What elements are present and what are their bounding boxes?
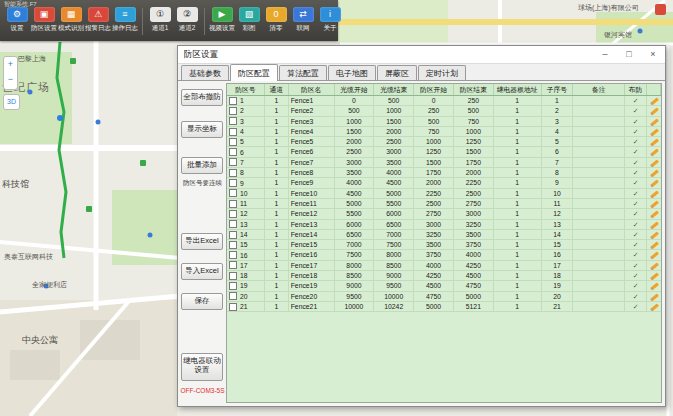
cell-armed[interactable]: ✓ bbox=[625, 302, 647, 311]
edit-pencil-icon[interactable] bbox=[650, 108, 659, 116]
maximize-button[interactable]: □ bbox=[617, 47, 641, 63]
edit-pencil-icon[interactable] bbox=[650, 139, 659, 147]
edit-pencil-icon[interactable] bbox=[650, 118, 659, 126]
column-header[interactable]: 光缆结束 bbox=[374, 84, 414, 95]
edit-pencil-icon[interactable] bbox=[650, 211, 659, 219]
cell-armed[interactable]: ✓ bbox=[625, 168, 647, 177]
column-header[interactable]: 子序号 bbox=[542, 84, 574, 95]
table-row[interactable]: 211Fence21100001024250005121121✓ bbox=[227, 302, 661, 312]
table-row[interactable]: 21Fence2500100025050012✓ bbox=[227, 106, 661, 116]
table-row[interactable]: 121Fence125500600027503000112✓ bbox=[227, 209, 661, 219]
table-row[interactable]: 81Fence8350040001750200018✓ bbox=[227, 168, 661, 178]
row-checkbox[interactable] bbox=[229, 303, 237, 311]
export-excel-button[interactable]: 导出Excel bbox=[181, 233, 223, 250]
toolbar-button-video[interactable]: ▶视频设置 bbox=[209, 7, 235, 33]
cell-edit[interactable] bbox=[647, 137, 661, 146]
edit-pencil-icon[interactable] bbox=[650, 170, 659, 178]
cell-edit[interactable] bbox=[647, 96, 661, 105]
show-coords-button[interactable]: 显示坐标 bbox=[181, 121, 223, 138]
toolbar-button-op-log[interactable]: ≡操作日志 bbox=[112, 7, 138, 33]
cell-edit[interactable] bbox=[647, 189, 661, 198]
toolbar-button-network[interactable]: ⇄联网 bbox=[290, 7, 316, 33]
cell-armed[interactable]: ✓ bbox=[625, 178, 647, 187]
zoom-in-icon[interactable]: + bbox=[4, 57, 17, 72]
cell-armed[interactable]: ✓ bbox=[625, 127, 647, 136]
cell-edit[interactable] bbox=[647, 199, 661, 208]
row-checkbox[interactable] bbox=[229, 241, 237, 249]
close-button[interactable]: × bbox=[641, 47, 665, 63]
cell-armed[interactable]: ✓ bbox=[625, 137, 647, 146]
toolbar-button-zone-settings[interactable]: ▣防区设置 bbox=[31, 7, 57, 33]
tab-emap[interactable]: 电子地图 bbox=[328, 65, 376, 81]
toolbar-button-channel2[interactable]: ②通道2 bbox=[174, 7, 200, 33]
cell-edit[interactable] bbox=[647, 230, 661, 239]
row-checkbox[interactable] bbox=[229, 251, 237, 259]
cell-edit[interactable] bbox=[647, 147, 661, 156]
table-row[interactable]: 51Fence5200025001000125015✓ bbox=[227, 137, 661, 147]
cell-armed[interactable]: ✓ bbox=[625, 271, 647, 280]
edit-pencil-icon[interactable] bbox=[650, 231, 659, 239]
row-checkbox[interactable] bbox=[229, 138, 237, 146]
dialog-titlebar[interactable]: 防区设置 – □ × bbox=[178, 46, 665, 64]
cell-armed[interactable]: ✓ bbox=[625, 292, 647, 301]
row-checkbox[interactable] bbox=[229, 200, 237, 208]
cell-edit[interactable] bbox=[647, 220, 661, 229]
save-button[interactable]: 保存 bbox=[181, 293, 223, 310]
column-header[interactable]: 备注 bbox=[573, 84, 625, 95]
column-header[interactable]: 通道 bbox=[265, 84, 289, 95]
cell-armed[interactable]: ✓ bbox=[625, 220, 647, 229]
edit-pencil-icon[interactable] bbox=[650, 293, 659, 301]
cell-armed[interactable]: ✓ bbox=[625, 281, 647, 290]
column-header[interactable]: 防区开始 bbox=[414, 84, 454, 95]
toolbar-button-about[interactable]: i关于 bbox=[317, 7, 343, 33]
edit-pencil-icon[interactable] bbox=[650, 303, 659, 311]
cell-armed[interactable]: ✓ bbox=[625, 240, 647, 249]
cell-edit[interactable] bbox=[647, 292, 661, 301]
table-row[interactable]: 41Fence415002000750100014✓ bbox=[227, 127, 661, 137]
column-header[interactable]: 光缆开始 bbox=[335, 84, 375, 95]
table-row[interactable]: 201Fence2095001000047505000120✓ bbox=[227, 292, 661, 302]
arm-all-button[interactable]: 全部布撤防 bbox=[181, 89, 223, 106]
column-header[interactable]: 继电器板地址 bbox=[494, 84, 542, 95]
table-row[interactable]: 191Fence199000950045004750119✓ bbox=[227, 281, 661, 291]
table-row[interactable]: 141Fence146500700032503500114✓ bbox=[227, 230, 661, 240]
edit-pencil-icon[interactable] bbox=[650, 262, 659, 270]
column-header[interactable]: 防区结束 bbox=[454, 84, 494, 95]
toolbar-button-clear[interactable]: 0清零 bbox=[263, 7, 289, 33]
cell-edit[interactable] bbox=[647, 271, 661, 280]
map-zoom-control[interactable]: +− bbox=[3, 56, 18, 90]
zoom-out-icon[interactable]: − bbox=[4, 72, 17, 87]
edit-pencil-icon[interactable] bbox=[650, 149, 659, 157]
table-row[interactable]: 171Fence178000850040004250117✓ bbox=[227, 261, 661, 271]
row-checkbox[interactable] bbox=[229, 97, 237, 105]
batch-add-button[interactable]: 批量添加 bbox=[181, 157, 223, 174]
row-checkbox[interactable] bbox=[229, 231, 237, 239]
toolbar-button-channel1[interactable]: ①通道1 bbox=[147, 7, 173, 33]
tab-zone-config[interactable]: 防区配置 bbox=[230, 64, 278, 81]
cell-armed[interactable]: ✓ bbox=[625, 250, 647, 259]
edit-pencil-icon[interactable] bbox=[650, 273, 659, 281]
table-row[interactable]: 101Fence104500500022502500110✓ bbox=[227, 189, 661, 199]
cell-edit[interactable] bbox=[647, 240, 661, 249]
row-checkbox[interactable] bbox=[229, 261, 237, 269]
column-header[interactable]: 布防 bbox=[625, 84, 647, 95]
cell-armed[interactable]: ✓ bbox=[625, 189, 647, 198]
edit-pencil-icon[interactable] bbox=[650, 180, 659, 188]
row-checkbox[interactable] bbox=[229, 282, 237, 290]
cell-armed[interactable]: ✓ bbox=[625, 147, 647, 156]
column-header[interactable]: 防区号 bbox=[227, 84, 265, 95]
table-row[interactable]: 61Fence6250030001250150016✓ bbox=[227, 147, 661, 157]
row-checkbox[interactable] bbox=[229, 169, 237, 177]
table-row[interactable]: 181Fence188500900042504500118✓ bbox=[227, 271, 661, 281]
tab-algorithm[interactable]: 算法配置 bbox=[279, 65, 327, 81]
cell-armed[interactable]: ✓ bbox=[625, 158, 647, 167]
edit-pencil-icon[interactable] bbox=[650, 252, 659, 260]
cell-edit[interactable] bbox=[647, 302, 661, 311]
row-checkbox[interactable] bbox=[229, 179, 237, 187]
column-header[interactable]: 防区名 bbox=[289, 84, 335, 95]
cell-armed[interactable]: ✓ bbox=[625, 117, 647, 126]
edit-pencil-icon[interactable] bbox=[650, 97, 659, 105]
edit-pencil-icon[interactable] bbox=[650, 283, 659, 291]
cell-armed[interactable]: ✓ bbox=[625, 96, 647, 105]
cell-edit[interactable] bbox=[647, 168, 661, 177]
